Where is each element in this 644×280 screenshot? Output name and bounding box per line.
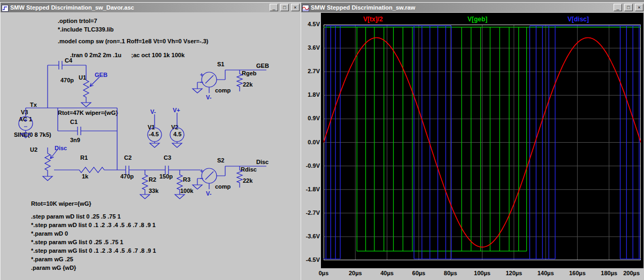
legend-trace-label[interactable]: V[geb] bbox=[467, 15, 487, 23]
y-tick-label: -0.9V bbox=[302, 162, 320, 169]
schematic-window: SMW Stepped Discrimination_sw_Davor.asc … bbox=[0, 2, 301, 280]
x-tick-label: 120µs bbox=[498, 270, 530, 276]
component-circle bbox=[170, 128, 184, 142]
x-tick-label: 160µs bbox=[561, 270, 593, 276]
schematic-window-icon bbox=[2, 4, 9, 11]
resistor bbox=[77, 167, 106, 173]
minimize-button[interactable]: _ bbox=[270, 4, 278, 11]
waveform-window: SMW Stepped Discrimination_sw.raw _ □ × … bbox=[301, 2, 644, 280]
capacitor bbox=[126, 166, 129, 174]
maximize-button[interactable]: □ bbox=[624, 4, 633, 11]
ground-symbol bbox=[193, 89, 202, 93]
capacitor bbox=[59, 61, 62, 69]
component-circle bbox=[19, 116, 33, 130]
schematic-drawing bbox=[1, 13, 300, 280]
x-tick-label: 0µs bbox=[308, 270, 340, 276]
y-tick-label: -4.5V bbox=[302, 256, 320, 263]
ground-symbol bbox=[140, 195, 150, 199]
y-tick-label: -1.8V bbox=[302, 186, 320, 192]
waveform-window-icon bbox=[302, 4, 309, 11]
y-tick-label: 1.8V bbox=[302, 91, 320, 98]
y-tick-label: -3.6V bbox=[302, 233, 320, 239]
capacitor bbox=[78, 127, 81, 135]
y-tick-label: 4.5V bbox=[302, 21, 320, 27]
x-tick-label: 60µs bbox=[403, 270, 435, 276]
y-tick-label: 0.9V bbox=[302, 115, 320, 121]
capacitor bbox=[165, 166, 168, 174]
x-tick-label: 20µs bbox=[339, 270, 371, 276]
resistor bbox=[83, 78, 89, 99]
schematic-canvas[interactable]: .option trtol=7*.include TLC339.lib.mode… bbox=[1, 13, 300, 280]
y-tick-label: 3.6V bbox=[302, 44, 320, 51]
close-button[interactable]: × bbox=[635, 4, 643, 11]
x-tick-label: 40µs bbox=[371, 270, 403, 276]
resistor bbox=[237, 72, 242, 89]
plot-svg bbox=[324, 25, 641, 260]
maximize-button[interactable]: □ bbox=[280, 4, 289, 11]
ground-symbol bbox=[21, 134, 30, 138]
component-circle bbox=[148, 128, 162, 142]
minimize-button[interactable]: _ bbox=[614, 4, 622, 11]
plot-grid bbox=[324, 25, 641, 260]
waveform-window-title: SMW Stepped Discrimination_sw.raw bbox=[311, 4, 611, 11]
polarity-marks bbox=[24, 73, 203, 178]
resistor bbox=[177, 173, 182, 192]
legend-trace-label[interactable]: V[disc] bbox=[568, 15, 589, 23]
x-tick-label: 200µs bbox=[613, 270, 640, 276]
ground-symbol bbox=[172, 143, 182, 147]
ground-symbol bbox=[81, 103, 91, 107]
ground-symbol bbox=[150, 143, 159, 147]
resistor bbox=[45, 151, 50, 173]
y-tick-label: 2.7V bbox=[302, 68, 320, 74]
y-tick-label: 0.0V bbox=[302, 139, 320, 145]
ground-symbol bbox=[175, 195, 185, 199]
resistor bbox=[142, 173, 148, 192]
ground-symbol bbox=[193, 185, 202, 189]
resistor bbox=[237, 168, 242, 185]
schematic-window-title: SMW Stepped Discrimination_sw_Davor.asc bbox=[10, 4, 267, 11]
x-tick-label: 100µs bbox=[466, 270, 499, 276]
ground-symbol bbox=[43, 176, 52, 181]
x-tick-label: 140µs bbox=[530, 270, 562, 276]
x-tick-label: 80µs bbox=[434, 270, 466, 276]
waveform-pane[interactable]: V[tx]/2V[geb]V[disc]4.5V3.6V2.7V1.8V0.9V… bbox=[302, 13, 644, 280]
y-tick-label: -2.7V bbox=[302, 209, 320, 216]
legend-trace-label[interactable]: V[tx]/2 bbox=[363, 15, 383, 23]
close-button[interactable]: × bbox=[291, 4, 300, 11]
ltspice-workspace: { "chrome": {"minimize": "_", "maximize"… bbox=[0, 0, 644, 280]
waveform-window-titlebar[interactable]: SMW Stepped Discrimination_sw.raw _ □ × bbox=[301, 3, 644, 12]
schematic-window-titlebar[interactable]: SMW Stepped Discrimination_sw_Davor.asc … bbox=[1, 3, 301, 12]
